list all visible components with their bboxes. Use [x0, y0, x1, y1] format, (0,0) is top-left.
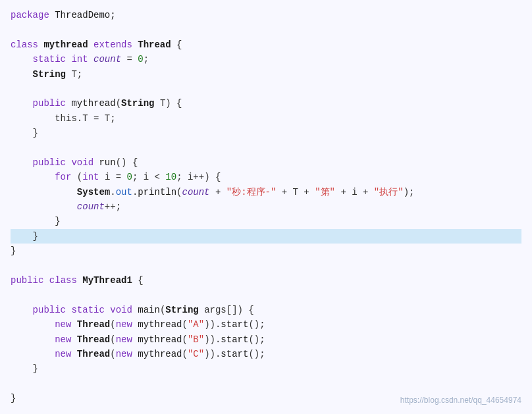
line-8: this.T = T;: [11, 111, 521, 126]
line-9: }: [11, 126, 521, 140]
line-4: static int count = 0;: [11, 52, 521, 66]
line-12: for (int i = 0; i < 10; i++) {: [11, 170, 521, 184]
line-17: }: [11, 244, 521, 258]
line-19: public class MyThread1 {: [11, 273, 521, 288]
line-10: [11, 141, 521, 155]
line-7: public mythread(String T) {: [11, 96, 521, 111]
line-6: [11, 82, 521, 96]
line-13: System.out.println(count + "秒:程序-" + T +…: [11, 185, 521, 199]
line-23: new Thread(new mythread("B")).start();: [11, 332, 521, 347]
line-24: new Thread(new mythread("C")).start();: [11, 347, 521, 361]
line-1: package ThreadDemo;: [11, 8, 521, 22]
line-16: }: [11, 229, 521, 244]
line-14: count++;: [11, 199, 521, 214]
line-18: [11, 259, 521, 273]
line-15: }: [11, 214, 521, 228]
code-block: package ThreadDemo; class mythread exten…: [0, 0, 532, 414]
line-25: }: [11, 361, 521, 376]
line-20: [11, 288, 521, 302]
line-11: public void run() {: [11, 155, 521, 170]
watermark: https://blog.csdn.net/qq_44654974: [400, 394, 521, 407]
line-21: public static void main(String args[]) {: [11, 303, 521, 317]
line-22: new Thread(new mythread("A")).start();: [11, 317, 521, 332]
line-26: [11, 376, 521, 391]
line-3: class mythread extends Thread {: [11, 38, 521, 52]
line-2: [11, 22, 521, 37]
line-5: String T;: [11, 67, 521, 82]
